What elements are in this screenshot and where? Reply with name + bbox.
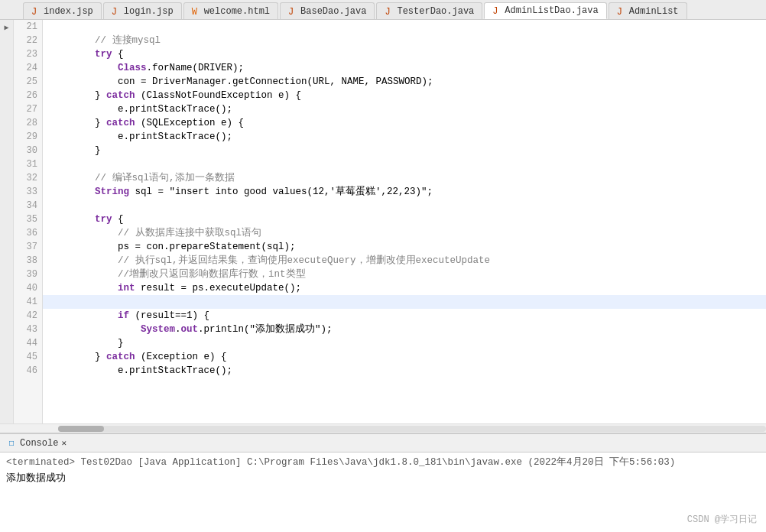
line-number: 41	[14, 295, 37, 309]
tab-login-jsp[interactable]: J login.jsp	[103, 2, 182, 19]
code-line	[43, 20, 766, 34]
line-number: 33	[14, 185, 37, 199]
line-number: 36	[14, 226, 37, 240]
code-line	[43, 295, 766, 309]
code-line: e.printStackTrace();	[43, 102, 766, 116]
line-number: 28	[14, 116, 37, 130]
scrollbar-track[interactable]	[58, 426, 766, 432]
line-numbers: 2122232425262728293031323334353637383940…	[14, 20, 43, 423]
line-number: 22	[14, 34, 37, 47]
tab-basedao-java[interactable]: J BaseDao.java	[280, 2, 375, 19]
code-line: try {	[43, 47, 766, 61]
code-line: // 连接mysql	[43, 34, 766, 47]
line-number: 38	[14, 254, 37, 268]
code-line: } catch (ClassNotFoundException e) {	[43, 89, 766, 102]
console-icon: ☐	[6, 438, 17, 449]
java-file-icon2: J	[385, 7, 394, 16]
horizontal-scrollbar[interactable]	[0, 423, 766, 433]
code-line: if (result==1) {	[43, 309, 766, 323]
java-file-icon3: J	[492, 6, 501, 15]
code-line: int result = ps.executeUpdate();	[43, 281, 766, 295]
line-number: 34	[14, 199, 37, 212]
html-file-icon: W	[192, 7, 201, 16]
line-number: 46	[14, 364, 37, 378]
line-number: 23	[14, 47, 37, 61]
line-number: 29	[14, 130, 37, 144]
editor-container: ▶ 21222324252627282930313233343536373839…	[0, 20, 766, 423]
code-line: // 从数据库连接中获取sql语句	[43, 226, 766, 240]
tab-index-jsp[interactable]: J index.jsp	[23, 2, 102, 19]
code-line: System.out.println("添加数据成功");	[43, 323, 766, 336]
jsp-file-icon: J	[31, 7, 41, 16]
tab-adminlist[interactable]: J AdminList	[609, 2, 687, 19]
line-number: 27	[14, 102, 37, 116]
scrollbar-thumb[interactable]	[58, 426, 104, 432]
console-output: 添加数据成功	[6, 472, 760, 485]
line-number: 31	[14, 157, 37, 171]
line-number: 39	[14, 268, 37, 281]
code-line: e.printStackTrace();	[43, 130, 766, 144]
jsp-file-icon2: J	[112, 7, 121, 16]
line-number: 24	[14, 61, 37, 75]
code-line: } catch (Exception e) {	[43, 350, 766, 364]
tab-adminlistdao-java[interactable]: J AdminListDao.java	[484, 2, 606, 19]
console-title: Console	[20, 438, 58, 449]
code-line: }	[43, 144, 766, 157]
line-number: 25	[14, 75, 37, 89]
console-terminated-text: <terminated> Test02Dao [Java Application…	[6, 456, 760, 469]
code-line: }	[43, 336, 766, 350]
code-line	[43, 157, 766, 171]
java-file-icon4: J	[617, 7, 626, 16]
console-tab-close[interactable]: ✕	[61, 438, 67, 448]
code-line: } catch (SQLException e) {	[43, 116, 766, 130]
tab-testerdao-java[interactable]: J TesterDao.java	[376, 2, 482, 19]
line-number: 45	[14, 350, 37, 364]
collapse-arrow: ▶	[4, 23, 8, 32]
code-line: con = DriverManager.getConnection(URL, N…	[43, 75, 766, 89]
line-number: 44	[14, 336, 37, 350]
csdn-watermark: CSDN @学习日记	[687, 513, 757, 526]
console-panel: ☐ Console ✕ <terminated> Test02Dao [Java…	[0, 433, 766, 532]
code-line: // 执行sql,并返回结果集，查询使用executeQuery，增删改使用ex…	[43, 254, 766, 268]
code-line: ps = con.prepareStatement(sql);	[43, 240, 766, 254]
line-number: 37	[14, 240, 37, 254]
java-file-icon: J	[288, 7, 297, 16]
left-gutter-bar: ▶	[0, 20, 14, 423]
code-line	[43, 199, 766, 212]
line-number: 26	[14, 89, 37, 102]
line-number: 21	[14, 20, 37, 34]
tab-welcome-html[interactable]: W welcome.html	[183, 2, 278, 19]
line-number: 32	[14, 171, 37, 185]
line-number: 35	[14, 212, 37, 226]
line-number: 30	[14, 144, 37, 157]
console-body: <terminated> Test02Dao [Java Application…	[0, 453, 766, 532]
line-number: 40	[14, 281, 37, 295]
code-line: Class.forName(DRIVER);	[43, 61, 766, 75]
code-line: String sql = "insert into good values(12…	[43, 185, 766, 199]
code-line: //增删改只返回影响数据库行数，int类型	[43, 268, 766, 281]
tab-bar: J index.jsp J login.jsp W welcome.html J…	[0, 0, 766, 20]
code-line: e.printStackTrace();	[43, 364, 766, 378]
console-header: ☐ Console ✕	[0, 434, 766, 453]
code-line: // 编译sql语句,添加一条数据	[43, 171, 766, 185]
line-number: 42	[14, 309, 37, 323]
code-area[interactable]: // 连接mysql try { Class.forName(DRIVER); …	[43, 20, 766, 423]
code-line: try {	[43, 212, 766, 226]
line-number: 43	[14, 323, 37, 336]
